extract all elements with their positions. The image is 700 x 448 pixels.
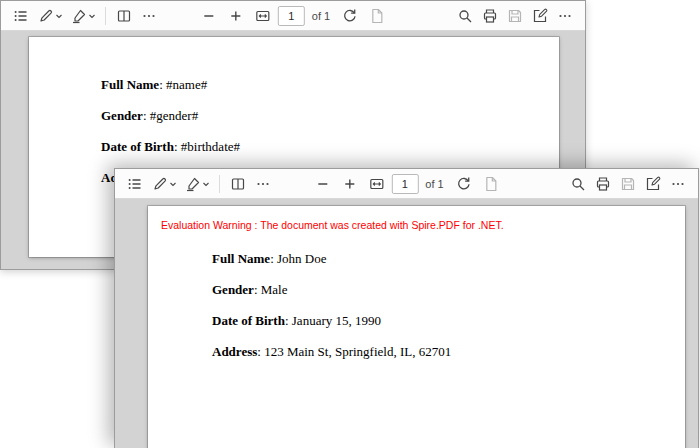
document-icon xyxy=(483,176,499,192)
zoom-in-button[interactable] xyxy=(224,4,248,28)
toolbar-left-group xyxy=(9,4,161,28)
minus-icon xyxy=(314,176,330,192)
more-tools-button[interactable] xyxy=(137,4,161,28)
field-value: Male xyxy=(261,282,288,297)
chevron-down-icon xyxy=(88,12,96,20)
zoom-out-button[interactable] xyxy=(197,4,221,28)
save-as-icon xyxy=(645,176,661,192)
chevron-down-icon xyxy=(55,12,63,20)
fit-to-width-icon xyxy=(255,8,271,24)
toolbar-divider xyxy=(105,7,106,25)
field-full-name: Full Name: John Doe xyxy=(212,251,685,267)
field-label: Address xyxy=(212,344,257,359)
save-icon xyxy=(620,176,636,192)
evaluation-warning: Evaluation Warning : The document was cr… xyxy=(148,206,685,231)
search-icon xyxy=(457,8,473,24)
field-separator: : xyxy=(285,313,292,328)
page-count-label: of 1 xyxy=(425,178,443,190)
field-separator: : xyxy=(174,139,181,154)
save-button[interactable] xyxy=(503,4,527,28)
printer-icon xyxy=(482,8,498,24)
chevron-down-icon xyxy=(202,180,210,188)
save-as-button[interactable] xyxy=(528,4,552,28)
search-icon xyxy=(570,176,586,192)
toolbar-divider xyxy=(219,175,220,193)
page-number-input[interactable] xyxy=(391,174,418,194)
toolbar-left-group xyxy=(123,172,275,196)
highlighter-icon xyxy=(185,176,201,192)
chevron-down-icon xyxy=(169,180,177,188)
field-gender: Gender: #gender# xyxy=(101,108,559,124)
desktop: of 1 xyxy=(0,0,700,448)
highlight-button[interactable] xyxy=(181,172,213,196)
field-value: #name# xyxy=(166,77,207,92)
page-view-icon xyxy=(230,176,246,192)
field-value: #gender# xyxy=(150,108,198,123)
page-number-input[interactable] xyxy=(278,6,305,26)
page-tool-button[interactable] xyxy=(365,4,389,28)
print-button[interactable] xyxy=(591,172,615,196)
pdf-toolbar: of 1 xyxy=(1,1,585,31)
field-birthdate: Date of Birth: January 15, 1990 xyxy=(212,313,685,329)
field-label: Gender xyxy=(101,108,143,123)
highlighter-icon xyxy=(71,8,87,24)
ellipsis-icon xyxy=(670,176,686,192)
more-tools-button[interactable] xyxy=(251,172,275,196)
ellipsis-icon xyxy=(557,8,573,24)
field-value: #birthdate# xyxy=(181,139,240,154)
rotate-icon xyxy=(342,8,358,24)
page-view-button[interactable] xyxy=(226,172,250,196)
draw-button[interactable] xyxy=(148,172,180,196)
field-label: Full Name xyxy=(212,251,270,266)
toc-button[interactable] xyxy=(123,172,147,196)
field-value: 123 Main St, Springfield, IL, 62701 xyxy=(264,344,451,359)
more-options-button[interactable] xyxy=(666,172,690,196)
toolbar-right-group xyxy=(453,4,577,28)
field-separator: : xyxy=(270,251,277,266)
page-view-button[interactable] xyxy=(112,4,136,28)
print-button[interactable] xyxy=(478,4,502,28)
field-separator: : xyxy=(159,77,166,92)
page-tool-button[interactable] xyxy=(479,172,503,196)
fit-to-width-button[interactable] xyxy=(364,172,388,196)
zoom-in-button[interactable] xyxy=(337,172,361,196)
search-button[interactable] xyxy=(453,4,477,28)
pdf-page-result: Evaluation Warning : The document was cr… xyxy=(148,206,685,448)
minus-icon xyxy=(201,8,217,24)
toc-button[interactable] xyxy=(9,4,33,28)
fit-to-width-icon xyxy=(368,176,384,192)
plus-icon xyxy=(228,8,244,24)
field-label: Full Name xyxy=(101,77,159,92)
pdf-toolbar: of 1 xyxy=(115,169,698,199)
pen-icon xyxy=(38,8,54,24)
document-fields: Full Name: John Doe Gender: Male Date of… xyxy=(148,231,685,360)
ellipsis-icon xyxy=(141,8,157,24)
document-icon xyxy=(369,8,385,24)
field-gender: Gender: Male xyxy=(212,282,685,298)
toolbar-right-group xyxy=(566,172,690,196)
rotate-icon xyxy=(456,176,472,192)
fit-to-width-button[interactable] xyxy=(251,4,275,28)
save-icon xyxy=(507,8,523,24)
field-separator: : xyxy=(254,282,261,297)
rotate-button[interactable] xyxy=(338,4,362,28)
save-as-button[interactable] xyxy=(641,172,665,196)
search-button[interactable] xyxy=(566,172,590,196)
field-value: January 15, 1990 xyxy=(292,313,381,328)
toolbar-center-group: of 1 xyxy=(197,1,389,30)
save-button[interactable] xyxy=(616,172,640,196)
draw-button[interactable] xyxy=(34,4,66,28)
zoom-out-button[interactable] xyxy=(310,172,334,196)
field-value: John Doe xyxy=(277,251,326,266)
toc-icon xyxy=(13,8,29,24)
ellipsis-icon xyxy=(255,176,271,192)
save-as-icon xyxy=(532,8,548,24)
rotate-button[interactable] xyxy=(452,172,476,196)
field-birthdate: Date of Birth: #birthdate# xyxy=(101,139,559,155)
more-options-button[interactable] xyxy=(553,4,577,28)
highlight-button[interactable] xyxy=(67,4,99,28)
plus-icon xyxy=(341,176,357,192)
field-label: Date of Birth xyxy=(212,313,285,328)
field-label: Date of Birth xyxy=(101,139,174,154)
toolbar-center-group: of 1 xyxy=(310,169,502,198)
